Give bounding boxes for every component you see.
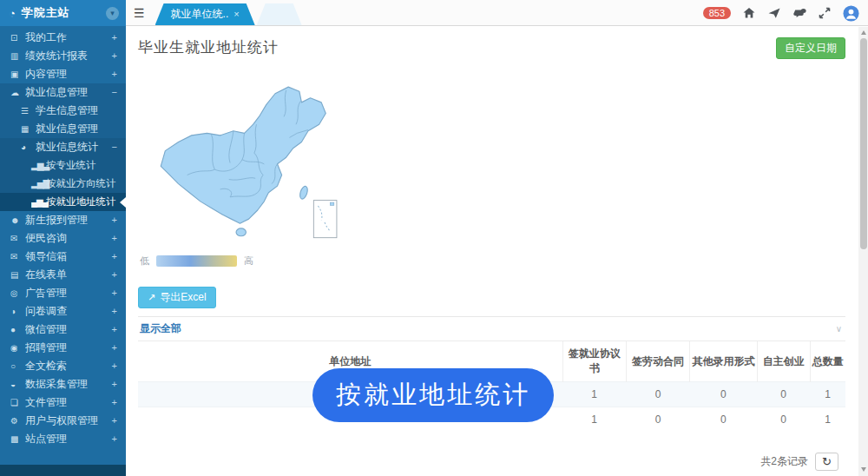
sidebar-item-survey[interactable]: ◑ 问卷调查 + [0,302,126,321]
survey-pie-icon: ◑ [10,302,25,321]
expand-plus-icon: + [112,266,117,284]
bar-chart-icon: ▂▆▃ [31,156,46,175]
export-excel-button[interactable]: ↗ 导出Excel [138,287,216,308]
sidebar-item-employment-info-sub[interactable]: ▦ 就业信息管理 [0,120,126,138]
expand-plus-icon: + [112,412,117,430]
expand-plus-icon: + [112,430,117,448]
south-china-sea-inset [313,201,337,238]
sidebar-item-file-mgmt[interactable]: ❏ 文件管理 + [0,393,126,412]
expand-plus-icon: + [112,211,117,229]
sidebar-item-leader-mailbox[interactable]: ✉ 领导信箱 + [0,248,126,266]
search-icon: ○ [10,357,25,375]
sidebar-item-site-mgmt[interactable]: ▩ 站点管理 + [0,430,126,448]
brand-title: 学院主站 [22,5,106,21]
sidebar-item-label: 按就业地址统计 [46,193,117,211]
grid-icon: ▦ [21,120,36,138]
expand-plus-icon: + [112,29,117,47]
brand[interactable]: ◔ 学院主站 ▾ [0,0,126,26]
file-icon: ❏ [10,393,25,412]
sidebar-item-label: 绩效统计报表 [25,47,112,65]
sidebar-item-stats-by-major[interactable]: ▂▆▃ 按专业统计 [0,156,126,175]
expand-plus-icon: + [112,393,117,412]
expand-plus-icon: + [112,65,117,83]
sidebar-item-stats-by-direction[interactable]: ▂▅▇ 按就业方向统计 [0,175,126,193]
expand-plus-icon: + [112,339,117,357]
col-header-self-employed[interactable]: 自主创业 [757,341,810,382]
expand-icon[interactable] [818,6,832,20]
sidebar-item-performance-reports[interactable]: ▥ 绩效统计报表 + [0,47,126,65]
sidebar-item-employment-stats[interactable]: ◕ 就业信息统计 − [0,138,126,156]
sidebar-item-fulltext-search[interactable]: ○ 全文检索 + [0,357,126,375]
sidebar-item-content-mgmt[interactable]: ▣ 内容管理 + [0,65,126,83]
tab-label: 就业单位统.. [171,3,229,25]
sidebar-item-public-consultation[interactable]: ✉ 便民咨询 + [0,229,126,248]
custom-date-button[interactable]: 自定义日期 [776,37,845,59]
col-header-total[interactable]: 总数量 [810,341,845,382]
sidebar-subgroup-statistics: ◕ 就业信息统计 − ▂▆▃ 按专业统计 ▂▅▇ 按就业方向统计 [0,138,126,211]
tab-employment-unit-stats[interactable]: 就业单位统.. × [155,3,255,25]
sidebar-item-label: 就业信息管理 [25,83,112,102]
sidebar-item-label: 领导信箱 [25,248,112,266]
notification-badge[interactable]: 853 [703,7,731,19]
area-chart-icon: ▄▆▄ [31,193,46,211]
topbar-actions: 853 [703,0,859,26]
cell-agreement: 1 [562,382,626,407]
menu-toggle-icon[interactable]: ☰ [134,6,145,20]
pie-chart-icon: ◕ [21,138,36,156]
sidebar-item-student-info-mgmt[interactable]: ☰ 学生信息管理 [0,102,126,120]
comments-icon[interactable] [792,6,806,20]
sidebar-group-employment: ☁ 就业信息管理 − ☰ 学生信息管理 ▦ 就业信息管理 ◕ [0,83,126,211]
chevron-down-icon[interactable]: ∨ [836,324,842,334]
sidebar-item-employment-info-mgmt[interactable]: ☁ 就业信息管理 − [0,83,126,102]
col-header-other-hiring[interactable]: 其他录用形式 [690,341,757,382]
send-icon[interactable] [767,6,781,20]
monitor-icon: ⊡ [10,29,25,47]
col-header-labor-contract[interactable]: 签劳动合同 [626,341,689,382]
tab-ghost [257,3,302,25]
sidebar-item-wechat-mgmt[interactable]: ● 微信管理 + [0,321,126,339]
sidebar-item-ad-mgmt[interactable]: ◎ 广告管理 + [0,284,126,302]
home-icon[interactable] [742,6,756,20]
gear-icon: ⚙ [10,412,25,430]
col-header-agreement[interactable]: 签就业协议书 [562,341,626,382]
sidebar-item-freshman-registration[interactable]: ☻ 新生报到管理 + [0,211,126,229]
refresh-button[interactable]: ↻ [815,453,838,471]
cell-labor: 0 [626,407,689,433]
topbar: ☰ 就业单位统.. × 853 [126,0,868,26]
vertical-scrollbar[interactable] [858,27,868,476]
sidebar-item-label: 便民咨询 [25,229,112,248]
sidebar-item-data-collection[interactable]: ◒ 数据采集管理 + [0,375,126,393]
sidebar-item-recruitment-mgmt[interactable]: ◉ 招聘管理 + [0,339,126,357]
expand-plus-icon: + [112,357,117,375]
page-title: 毕业生就业地址统计 [138,37,279,57]
show-all-link[interactable]: 显示全部 [140,321,181,336]
list-icon: ☰ [21,102,36,120]
china-map-chart[interactable]: 低 高 [138,78,398,268]
database-icon: ◒ [10,375,25,393]
comment-icon: ● [10,321,25,339]
record-count: 共2条记录 [760,454,808,469]
sidebar-item-stats-by-address[interactable]: ▄▆▄ 按就业地址统计 [0,193,126,211]
sidebar: ◔ 学院主站 ▾ ⊡ 我的工作 + ▥ 绩效统计报表 + ▣ 内容管理 + [0,0,126,476]
sidebar-item-label: 在线表单 [25,266,112,284]
user-avatar-icon[interactable] [843,5,859,22]
scroll-down-arrow[interactable] [858,465,868,474]
scrollbar-thumb[interactable] [860,38,867,249]
users-icon: ☻ [10,211,25,229]
legend-low-label: 低 [140,255,149,268]
sidebar-item-label: 微信管理 [25,321,112,339]
cell-total: 1 [810,407,845,433]
tab-close-icon[interactable]: × [233,3,239,25]
sidebar-item-my-work[interactable]: ⊡ 我的工作 + [0,29,126,47]
cell-labor: 0 [626,382,689,407]
sidebar-item-label: 学生信息管理 [36,102,117,120]
globe-icon: ◔ [9,7,16,20]
file-icon: ▣ [10,65,25,83]
scroll-up-arrow[interactable] [858,28,868,37]
sidebar-collapse-icon[interactable]: ▾ [106,7,119,20]
sidebar-item-label: 文件管理 [25,393,112,412]
action-overlay-pill[interactable]: 按就业地址统计 [312,368,554,422]
legend-high-label: 高 [244,255,253,268]
sidebar-item-user-permissions[interactable]: ⚙ 用户与权限管理 + [0,412,126,430]
sidebar-item-online-forms[interactable]: ▤ 在线表单 + [0,266,126,284]
